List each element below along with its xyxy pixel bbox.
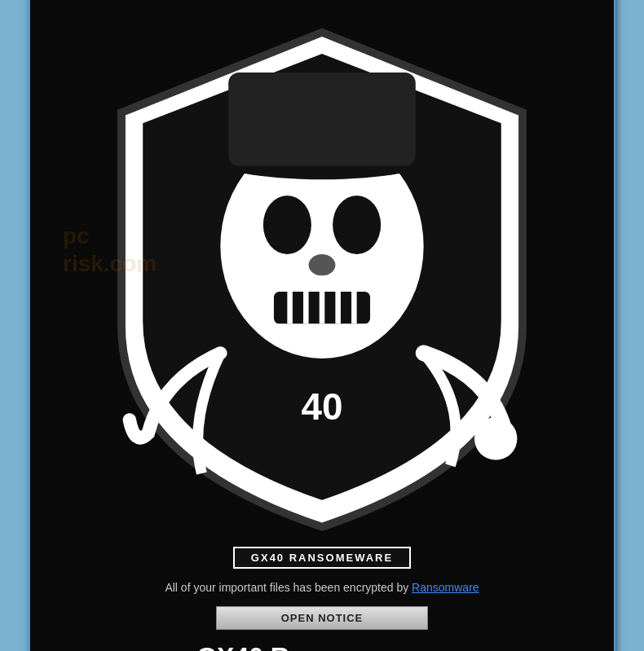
svg-point-4 — [309, 254, 336, 275]
logo-container: pc risk.com GX40 — [55, 0, 589, 569]
svg-text:40: 40 — [301, 385, 342, 428]
svg-point-14 — [474, 417, 517, 460]
svg-rect-12 — [228, 73, 416, 166]
skull-mascot: 40 — [55, 6, 589, 540]
window-content: YOUR FILE HAS BEEN ENCRYPTE pc risk.com … — [30, 0, 614, 651]
gx40-logo-text: GX40 — [216, 0, 428, 6]
svg-point-3 — [333, 196, 381, 254]
ransomware-window: GX40 - Ransomeware ✕ YOUR FILE HAS BEEN … — [29, 0, 615, 651]
description-text: All of your important files has been enc… — [55, 581, 589, 594]
open-notice-button[interactable]: OPEN NOTICE — [216, 606, 428, 630]
svg-point-2 — [263, 196, 311, 254]
banner-label: GX40 RANSOMEWARE — [233, 547, 411, 569]
ransomware-link[interactable]: Ransomware — [412, 581, 479, 594]
ransomware-title: GX40 Ransomeware — [55, 642, 589, 651]
